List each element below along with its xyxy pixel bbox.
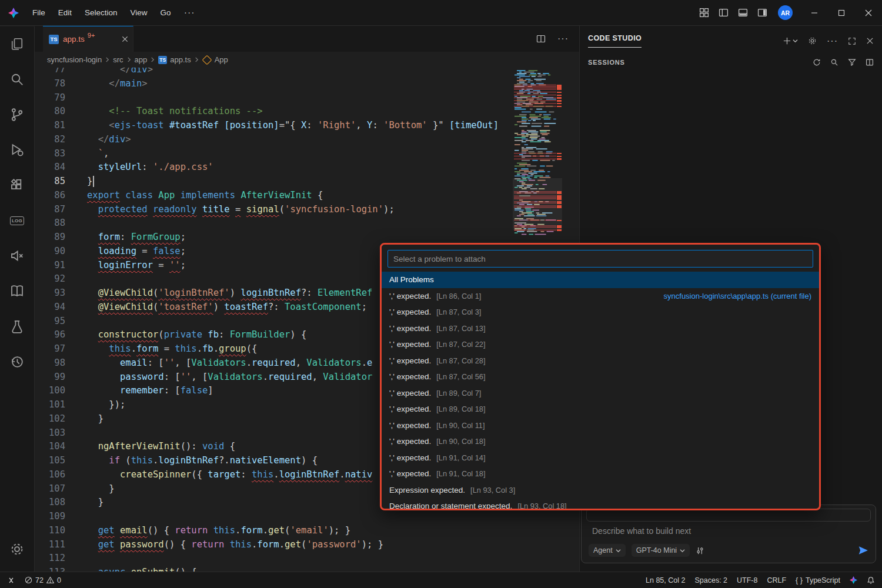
error-ruler-mark [557, 92, 562, 93]
problem-item[interactable]: Expression expected.[Ln 93, Col 3] [382, 482, 819, 499]
problem-item[interactable]: Declaration or statement expected.[Ln 93… [382, 498, 819, 510]
breadcrumb-src[interactable]: src [113, 55, 123, 64]
code-line: } [87, 175, 92, 189]
layout-columns-icon[interactable] [866, 58, 874, 66]
toggle-panel-icon[interactable] [733, 4, 753, 22]
problem-item[interactable]: ',' expected.[Ln 87, Col 3] [382, 304, 819, 320]
tab-app-ts[interactable]: TS app.ts 9+ [43, 26, 133, 52]
code-line: this.form = this.fb.group({ [87, 342, 257, 356]
extensions-icon[interactable] [0, 168, 35, 203]
toggle-sidebar-icon[interactable] [714, 4, 733, 22]
extension-logo-icon[interactable] [850, 576, 857, 584]
chevron-right-icon [150, 57, 155, 62]
panel-more-icon[interactable]: ··· [827, 36, 838, 46]
warning-icon [46, 576, 54, 584]
problem-item[interactable]: ',' expected.[Ln 91, Col 18] [382, 466, 819, 482]
tab-close-icon[interactable] [122, 36, 128, 42]
breadcrumb-file[interactable]: app.ts [170, 55, 191, 64]
menu-go[interactable]: Go [154, 5, 178, 21]
problems-status[interactable]: 72 0 [25, 576, 61, 584]
panel-settings-icon[interactable] [808, 36, 817, 45]
code-line: if (this.loginBtnRef?.nativeElement) { [87, 454, 318, 468]
breadcrumb-symbol[interactable]: App [215, 55, 228, 64]
problem-item[interactable]: ',' expected.[Ln 87, Col 13] [382, 320, 819, 337]
account-avatar[interactable]: AR [778, 5, 793, 20]
breadcrumb-project[interactable]: syncfusion-login [47, 55, 102, 64]
cursor-position[interactable]: Ln 85, Col 2 [646, 576, 685, 584]
close-panel-icon[interactable] [866, 37, 874, 45]
explorer-icon[interactable] [0, 26, 35, 62]
model-select[interactable]: GPT-4o Mini [632, 544, 690, 557]
menu-view[interactable]: View [124, 5, 154, 21]
problem-item[interactable]: ',' expected.[Ln 90, Col 11] [382, 417, 819, 434]
titlebar-actions: AR [694, 0, 882, 25]
notifications-bell-icon[interactable] [867, 576, 875, 584]
all-problems-option[interactable]: All Problems [382, 272, 819, 288]
encoding-status[interactable]: UTF-8 [737, 576, 757, 584]
context-bar[interactable] [586, 509, 871, 522]
search-icon[interactable] [0, 62, 35, 97]
minimap-viewport[interactable] [513, 178, 562, 230]
app-logo-icon [8, 8, 19, 18]
problem-quickpick: All Problems ',' expected.[Ln 86, Col 1]… [380, 243, 821, 510]
book-icon[interactable] [0, 273, 35, 309]
chat-input[interactable]: Describe what to build next [592, 526, 691, 536]
new-session-button[interactable] [783, 36, 798, 45]
chat-composer: Describe what to build next Agent GPT-4o… [581, 505, 876, 563]
tab-problems-badge: 9+ [88, 32, 95, 39]
menu-selection[interactable]: Selection [78, 5, 124, 21]
sessions-actions [813, 58, 874, 66]
log-viewer-icon[interactable]: LOG [0, 203, 35, 238]
typescript-icon: TS [158, 56, 167, 64]
problem-item[interactable]: ',' expected.[Ln 89, Col 18] [382, 401, 819, 417]
code-line: </div> [87, 133, 131, 147]
problem-item[interactable]: ',' expected.[Ln 86, Col 1]syncfusion-lo… [382, 288, 819, 305]
activity-bar: LOG [0, 26, 35, 572]
language-mode[interactable]: { } TypeScript [796, 576, 840, 584]
text-cursor [93, 176, 94, 187]
error-ruler-mark [557, 207, 562, 208]
remote-indicator[interactable] [7, 576, 15, 584]
history-icon[interactable] [0, 344, 35, 379]
breadcrumb-app[interactable]: app [135, 55, 148, 64]
tab-bar: TS app.ts 9+ ··· [35, 26, 579, 52]
toggle-secondary-sidebar-icon[interactable] [753, 4, 772, 22]
problem-search-input[interactable] [387, 250, 813, 268]
expand-panel-icon[interactable] [848, 37, 856, 45]
problem-item[interactable]: ',' expected.[Ln 89, Col 7] [382, 385, 819, 402]
menu-file[interactable]: File [26, 5, 52, 21]
customize-layout-icon[interactable] [694, 4, 714, 22]
settings-gear-icon[interactable] [0, 532, 35, 567]
refresh-icon[interactable] [813, 58, 821, 66]
tools-icon[interactable] [696, 546, 704, 555]
speaker-muted-icon[interactable] [0, 238, 35, 273]
problem-item[interactable]: ',' expected.[Ln 91, Col 14] [382, 450, 819, 466]
error-ruler-mark [557, 95, 562, 96]
run-debug-icon[interactable] [0, 132, 35, 168]
search-sessions-icon[interactable] [830, 58, 838, 66]
problem-item[interactable]: ',' expected.[Ln 87, Col 28] [382, 353, 819, 369]
close-window-button[interactable] [855, 0, 882, 26]
problem-item[interactable]: ',' expected.[Ln 87, Col 56] [382, 369, 819, 385]
split-editor-icon[interactable] [536, 34, 546, 44]
problem-item[interactable]: ',' expected.[Ln 87, Col 22] [382, 336, 819, 353]
agent-mode-select[interactable]: Agent [589, 544, 626, 557]
eol-status[interactable]: CRLF [767, 576, 786, 584]
error-ruler-mark [557, 153, 562, 154]
tab-label: app.ts [63, 35, 85, 44]
send-button[interactable] [858, 545, 868, 556]
minimize-button[interactable] [801, 0, 828, 26]
chevron-down-icon [680, 548, 685, 553]
menu-edit[interactable]: Edit [52, 5, 78, 21]
flask-icon[interactable] [0, 309, 35, 344]
typescript-icon: TS [49, 35, 59, 44]
indentation-status[interactable]: Spaces: 2 [694, 576, 727, 584]
source-control-icon[interactable] [0, 97, 35, 132]
problem-item[interactable]: ',' expected.[Ln 90, Col 18] [382, 433, 819, 450]
title-bar: File Edit Selection View Go ··· [0, 0, 882, 26]
maximize-button[interactable] [828, 0, 855, 26]
more-editor-actions-icon[interactable]: ··· [557, 34, 569, 44]
error-ruler-mark [557, 193, 562, 194]
filter-icon[interactable] [848, 58, 856, 66]
menu-overflow-icon[interactable]: ··· [178, 5, 202, 21]
